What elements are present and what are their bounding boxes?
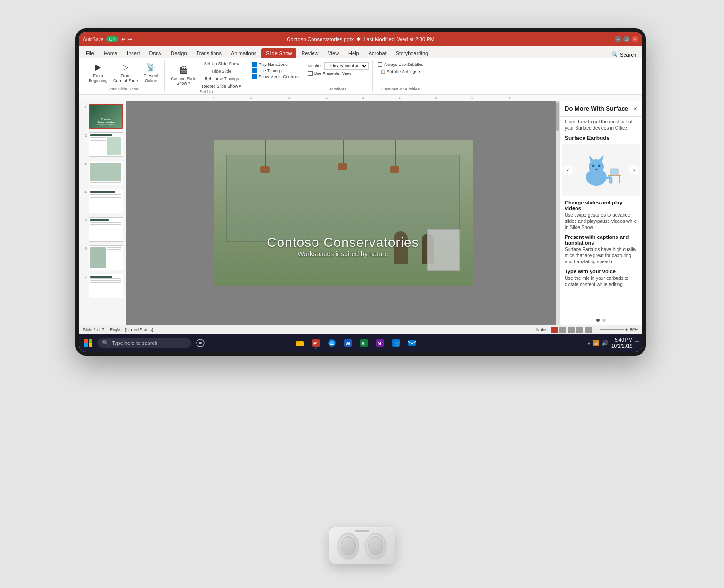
hide-slide-button[interactable]: Hide Slide — [200, 68, 243, 74]
presenter-view-check[interactable]: Use Presenter View — [308, 71, 369, 76]
clock-time: 5:40 PM — [611, 337, 633, 343]
record-slide-button[interactable]: Record Slide Show ▾ — [200, 83, 243, 90]
panel-dot-1[interactable] — [596, 318, 600, 322]
onenote-icon: N — [375, 338, 385, 348]
taskbar-mail[interactable] — [405, 336, 419, 350]
tab-insert[interactable]: Insert — [122, 48, 145, 58]
slide-panel[interactable]: 1 ContosoConservatories Workspaces inspi… — [79, 101, 126, 325]
share-button[interactable]: Share — [559, 36, 573, 42]
taskbar-search[interactable]: 🔍 Type here to search — [97, 338, 191, 348]
from-beginning-button[interactable]: ▶ FromBeginning — [87, 60, 109, 84]
task-view-button[interactable] — [193, 336, 207, 350]
zoom-plus[interactable]: + — [625, 327, 628, 332]
tray-chevron[interactable]: ∧ — [587, 341, 591, 346]
right-panel-close-button[interactable]: × — [634, 105, 637, 113]
taskbar-edge[interactable] — [325, 336, 339, 350]
slide-preview-1[interactable]: ContosoConservatories Workspaces inspire… — [89, 104, 123, 129]
normal-view-icon[interactable] — [551, 327, 558, 333]
panel-dot-2[interactable] — [602, 318, 606, 322]
monitor-select[interactable]: Primary Monitor — [324, 62, 369, 70]
rehearse-timings-button[interactable]: Rehearse Timings — [200, 75, 243, 82]
tab-review[interactable]: Review — [296, 48, 323, 58]
slide-1-bg: ContosoConservatories Workspaces inspire… — [90, 105, 122, 128]
slide-preview-4[interactable] — [89, 189, 123, 213]
taskbar-store[interactable]: 🛒 — [389, 336, 403, 350]
slide-thumb-3[interactable]: 3 — [81, 160, 124, 186]
reading-view-icon[interactable] — [576, 327, 583, 333]
use-timings-label: Use Timings — [258, 68, 282, 73]
taskbar-ppt[interactable]: P — [309, 336, 323, 350]
slide-thumb-5[interactable]: 5 — [81, 216, 124, 243]
carousel-next-button[interactable]: › — [629, 165, 639, 175]
use-timings-checkbox[interactable] — [252, 68, 257, 73]
from-current-button[interactable]: ▷ FromCurrent Slide — [111, 60, 140, 84]
custom-slide-show-button[interactable]: 🎬 Custom SlideShow ▾ — [169, 63, 198, 87]
play-narrations-checkbox[interactable] — [252, 62, 257, 67]
minimize-button[interactable]: − — [615, 36, 621, 42]
slide-preview-5[interactable] — [89, 217, 123, 242]
tab-storyboarding[interactable]: Storyboarding — [391, 48, 433, 58]
volume-icon[interactable]: 🔊 — [601, 340, 609, 346]
slide-preview-2[interactable] — [89, 132, 123, 157]
slide-show-icon[interactable] — [585, 327, 592, 333]
tab-file[interactable]: File — [81, 48, 99, 58]
slide-preview-3[interactable] — [89, 161, 123, 185]
slide-sorter-icon[interactable] — [568, 327, 575, 333]
scroll-thumb[interactable] — [556, 102, 559, 131]
right-panel-title: Do More With Surface — [565, 105, 628, 113]
maximize-button[interactable]: □ — [623, 36, 630, 42]
slide-preview-7[interactable] — [89, 274, 123, 298]
clock[interactable]: 5:40 PM 10/1/2019 — [611, 337, 633, 349]
tab-home[interactable]: Home — [99, 48, 122, 58]
show-media-check[interactable]: Show Media Controls — [252, 74, 299, 79]
zoom-minus[interactable]: − — [595, 327, 598, 332]
always-subtitles-check[interactable]: Always Use Subtitles — [378, 62, 423, 67]
play-narrations-check[interactable]: Play Narrations — [252, 62, 299, 67]
tab-transitions[interactable]: Transitions — [192, 48, 226, 58]
slide-thumb-6[interactable]: 6 — [81, 245, 124, 271]
slide-preview-6[interactable] — [89, 245, 123, 270]
record-slide-label: Record Slide Show ▾ — [202, 84, 241, 89]
slide-canvas[interactable]: Contoso Conservatories Workspaces inspir… — [214, 140, 473, 286]
always-subtitles-checkbox[interactable] — [378, 62, 382, 67]
network-icon[interactable]: 📶 — [592, 340, 600, 346]
svg-rect-11 — [614, 175, 616, 176]
svg-rect-13 — [89, 339, 92, 343]
zoom-level[interactable]: 80% — [630, 327, 638, 332]
present-online-button[interactable]: 📡 PresentOnline — [142, 60, 160, 84]
notes-button[interactable]: Notes — [536, 327, 548, 332]
autosave-toggle[interactable]: ON — [106, 36, 118, 42]
slide-thumb-1[interactable]: 1 ContosoConservatories Workspaces inspi… — [81, 103, 124, 130]
slide-thumb-4[interactable]: 4 — [81, 188, 124, 214]
ribbon-search[interactable]: 🔍 Search — [608, 50, 640, 58]
tab-view[interactable]: View — [323, 48, 344, 58]
set-up-slide-button[interactable]: Set Up Slide Show — [200, 60, 243, 67]
tab-design[interactable]: Design — [166, 48, 191, 58]
tab-acrobat[interactable]: Acrobat — [364, 48, 391, 58]
feature-2: Present with captions and translations S… — [565, 234, 637, 265]
taskbar-excel[interactable]: X — [357, 336, 371, 350]
comments-button[interactable]: Comments — [579, 35, 611, 43]
taskbar-word[interactable]: W — [341, 336, 355, 350]
slide-thumb-2[interactable]: 2 — [81, 131, 124, 158]
show-media-checkbox[interactable] — [252, 74, 257, 79]
powerpoint-icon: P — [311, 338, 321, 348]
outline-view-icon[interactable] — [559, 327, 566, 333]
s6-row — [90, 247, 121, 268]
subtitle-settings-button[interactable]: 📋 Subtitle Settings ▾ — [378, 68, 423, 75]
vertical-scrollbar[interactable] — [556, 101, 559, 325]
tab-help[interactable]: Help — [344, 48, 364, 58]
presenter-view-checkbox[interactable] — [308, 71, 313, 76]
tab-animations[interactable]: Animations — [226, 48, 261, 58]
close-button[interactable]: × — [632, 36, 638, 42]
tab-slide-show[interactable]: Slide Show — [261, 48, 296, 58]
taskbar-onenote[interactable]: N — [373, 336, 387, 350]
use-timings-check[interactable]: Use Timings — [252, 68, 299, 73]
carousel-prev-button[interactable]: ‹ — [563, 165, 573, 175]
tab-draw[interactable]: Draw — [145, 48, 166, 58]
slide-thumb-7[interactable]: 7 — [81, 273, 124, 299]
zoom-slider[interactable] — [600, 329, 624, 330]
notification-icon[interactable]: □ — [635, 339, 639, 347]
start-button[interactable] — [82, 336, 95, 350]
taskbar-explorer[interactable] — [293, 336, 307, 350]
